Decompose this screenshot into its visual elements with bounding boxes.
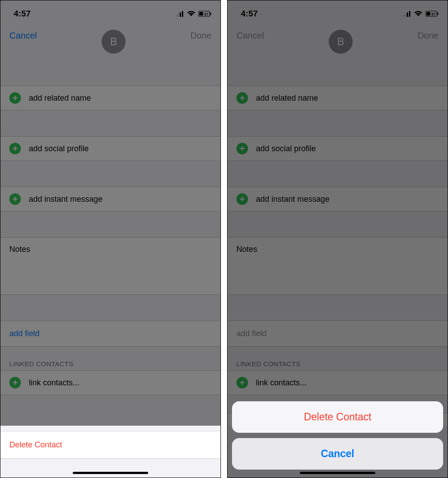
- contact-avatar[interactable]: B: [102, 30, 126, 54]
- status-right: 37: [175, 11, 212, 17]
- phone-screen-left: 4:57 37 Cancel B Done + add related name…: [0, 0, 221, 478]
- contact-avatar[interactable]: B: [329, 30, 353, 54]
- add-social-profile-row[interactable]: + add social profile: [0, 136, 220, 161]
- plus-icon: +: [9, 92, 21, 104]
- add-social-profile-label: add social profile: [256, 144, 316, 153]
- plus-icon: +: [236, 143, 248, 154]
- delete-contact-row[interactable]: Delete Contact: [0, 431, 220, 459]
- battery-icon: 37: [425, 11, 439, 17]
- sheet-delete-contact-button[interactable]: Delete Contact: [232, 401, 443, 433]
- svg-text:37: 37: [204, 12, 208, 16]
- notes-field[interactable]: Notes: [0, 237, 220, 295]
- svg-rect-0: [175, 15, 177, 17]
- add-instant-message-row[interactable]: + add instant message: [228, 187, 448, 212]
- content-area: + add related name + add social profile …: [228, 60, 448, 425]
- delete-contact-label: Delete Contact: [9, 440, 62, 449]
- link-contacts-label: link contacts...: [256, 378, 307, 388]
- add-related-name-row[interactable]: + add related name: [228, 86, 448, 110]
- add-related-name-label: add related name: [256, 94, 318, 103]
- add-social-profile-row[interactable]: + add social profile: [228, 136, 448, 161]
- add-instant-message-row[interactable]: + add instant message: [0, 187, 220, 212]
- status-time: 4:57: [14, 9, 31, 19]
- svg-rect-10: [407, 12, 408, 17]
- link-contacts-row[interactable]: + link contacts...: [0, 370, 220, 395]
- nav-header: Cancel B Done: [0, 23, 220, 60]
- link-contacts-label: link contacts...: [29, 378, 79, 388]
- cancel-button[interactable]: Cancel: [236, 31, 264, 41]
- svg-rect-3: [182, 11, 183, 17]
- svg-rect-1: [177, 14, 179, 17]
- add-field-label: add field: [9, 329, 39, 338]
- add-related-name-row[interactable]: + add related name: [0, 86, 220, 110]
- content-area: + add related name + add social profile …: [0, 60, 220, 395]
- plus-icon: +: [236, 377, 248, 388]
- svg-rect-13: [426, 12, 430, 16]
- wifi-icon: [414, 11, 423, 17]
- svg-text:37: 37: [431, 12, 436, 16]
- nav-header: Cancel B Done: [228, 23, 448, 60]
- add-instant-message-label: add instant message: [29, 195, 102, 204]
- svg-rect-11: [409, 11, 410, 17]
- add-social-profile-label: add social profile: [29, 144, 89, 153]
- add-field-label: add field: [236, 329, 267, 338]
- add-field-row[interactable]: add field: [228, 321, 448, 347]
- status-right: 37: [402, 11, 439, 17]
- action-sheet-group: Delete Contact: [232, 401, 443, 433]
- svg-rect-8: [402, 15, 404, 17]
- plus-icon: +: [236, 92, 248, 104]
- sheet-cancel-button[interactable]: Cancel: [232, 438, 443, 470]
- battery-icon: 37: [198, 11, 212, 17]
- svg-rect-5: [199, 12, 203, 16]
- status-time: 4:57: [241, 9, 258, 19]
- svg-rect-6: [210, 12, 211, 15]
- plus-icon: +: [9, 193, 21, 205]
- svg-rect-2: [180, 12, 181, 17]
- add-instant-message-label: add instant message: [256, 195, 330, 204]
- bottom-visible-area: Delete Contact: [0, 426, 220, 478]
- status-bar: 4:57 37: [0, 0, 220, 23]
- phone-screen-right: 4:57 37 Cancel B Done + add related name…: [227, 0, 448, 478]
- plus-icon: +: [9, 377, 21, 388]
- linked-contacts-header: LINKED CONTACTS: [0, 347, 220, 370]
- notes-field[interactable]: Notes: [228, 237, 448, 295]
- notes-label: Notes: [9, 245, 212, 254]
- link-contacts-row[interactable]: + link contacts...: [228, 370, 448, 395]
- svg-rect-14: [437, 12, 438, 15]
- home-indicator[interactable]: [300, 472, 375, 474]
- action-sheet: Delete Contact Cancel: [232, 401, 443, 470]
- svg-rect-9: [405, 14, 406, 17]
- plus-icon: +: [236, 193, 248, 205]
- done-button[interactable]: Done: [417, 31, 439, 41]
- add-field-row[interactable]: add field: [0, 321, 220, 347]
- done-button[interactable]: Done: [190, 31, 212, 41]
- cellular-signal-icon: [402, 11, 411, 17]
- notes-label: Notes: [236, 245, 439, 254]
- linked-contacts-header: LINKED CONTACTS: [228, 347, 448, 370]
- cellular-signal-icon: [175, 11, 184, 17]
- action-sheet-cancel-group: Cancel: [232, 438, 443, 470]
- status-bar: 4:57 37: [228, 0, 448, 23]
- plus-icon: +: [9, 143, 21, 154]
- cancel-button[interactable]: Cancel: [9, 31, 37, 41]
- wifi-icon: [187, 11, 196, 17]
- home-indicator[interactable]: [73, 472, 148, 474]
- add-related-name-label: add related name: [29, 94, 91, 103]
